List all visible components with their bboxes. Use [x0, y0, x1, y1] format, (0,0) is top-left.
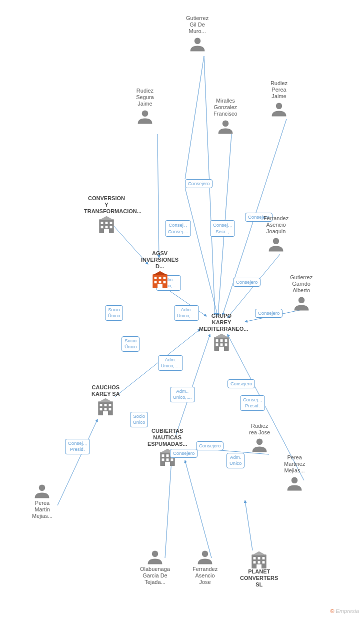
svg-rect-57	[109, 408, 112, 411]
svg-rect-28	[110, 226, 112, 228]
node-olabuenaga[interactable]: OlabuenagaGarcia DeTejada...	[140, 548, 170, 586]
svg-rect-35	[154, 281, 156, 283]
node-rudiez-perea-jose[interactable]: Rudiezrea Jose	[249, 423, 270, 454]
badge-consejero-5[interactable]: Consejero	[228, 379, 255, 388]
label-olabuenaga: OlabuenagaGarcia DeTejada...	[140, 566, 170, 586]
node-gutierrez-garrido[interactable]: GutierrezGarridoAlberto	[290, 274, 312, 312]
badge-socio-unico-3[interactable]: SocioÚnico	[130, 412, 148, 427]
node-miralles-gonzalez[interactable]: MirallesGonzalezFrancisco	[214, 98, 238, 136]
svg-rect-78	[254, 561, 256, 563]
svg-rect-53	[104, 404, 107, 406]
svg-rect-27	[106, 226, 108, 228]
svg-rect-76	[258, 557, 260, 559]
label-grupo-karey: GRUPOKAREYMEDITERRANEO...	[199, 313, 244, 333]
label-miralles-gonzalez: MirallesGonzalezFrancisco	[214, 98, 238, 118]
svg-rect-24	[106, 222, 108, 224]
badge-consejero-4[interactable]: Consejero	[255, 309, 282, 318]
badge-adm-unico-5[interactable]: Adm.Unico	[226, 453, 244, 468]
svg-rect-79	[258, 561, 260, 563]
node-conversion[interactable]: CONVERSIONYTRANSFORMACION...	[84, 195, 129, 233]
svg-rect-25	[110, 222, 112, 224]
badge-socio-unico-1[interactable]: SocioÚnico	[105, 305, 123, 321]
node-cubiertas[interactable]: CUBIERTASNAUTICASESPUMADAS...	[148, 428, 187, 466]
node-rudiez-segura[interactable]: RudiezSeguraJaime	[136, 88, 154, 126]
watermark: © Empresia	[330, 608, 359, 614]
node-rudiez-perea-jaime[interactable]: RudiezPereaJaime	[270, 80, 288, 118]
svg-point-69	[256, 439, 263, 445]
node-grupo-karey[interactable]: GRUPOKAREYMEDITERRANEO...	[199, 313, 244, 351]
svg-line-15	[245, 500, 252, 550]
svg-rect-34	[163, 277, 166, 279]
label-agsv: AGSVINVERSIONESD...	[141, 250, 178, 270]
label-conversion: CONVERSIONYTRANSFORMACION...	[84, 195, 129, 215]
svg-line-16	[185, 56, 204, 179]
node-planet-converters[interactable]: PLANETCONVERTERSSL	[240, 550, 278, 588]
svg-rect-62	[166, 454, 168, 457]
svg-line-13	[165, 460, 172, 558]
svg-rect-52	[100, 404, 102, 406]
node-ferrandez-asencio-joaquin[interactable]: FerrandezAsencioJoaquin	[264, 215, 288, 253]
svg-line-12	[58, 419, 98, 505]
badge-consejero-1[interactable]: Consejero	[185, 179, 212, 188]
svg-rect-47	[220, 343, 223, 346]
svg-rect-61	[162, 454, 164, 457]
svg-rect-64	[162, 458, 164, 461]
svg-rect-46	[216, 343, 218, 346]
svg-rect-66	[170, 458, 173, 461]
svg-point-18	[194, 38, 200, 44]
badge-socio-unico-2[interactable]: SocioÚnico	[122, 336, 140, 352]
svg-marker-50	[214, 333, 228, 337]
badge-consej-presid-2[interactable]: Consej. ,Presid.	[240, 395, 265, 411]
node-ferrandez-jose[interactable]: FerrandezAsencioJose	[192, 548, 218, 586]
svg-rect-54	[109, 404, 112, 406]
badge-consejero-6[interactable]: Consejero	[170, 449, 198, 458]
label-gutierrez-gil: GutierrezGil DeMuro...	[186, 15, 208, 35]
badge-consej-consej[interactable]: Consej. ,Consej....	[165, 220, 191, 237]
label-ferrandez-asencio-joaquin: FerrandezAsencioJoaquin	[264, 215, 288, 235]
label-perea-martin: PereaMartinMejias...	[32, 500, 52, 520]
node-perea-martinez[interactable]: PereaMartinezMejias...	[284, 454, 305, 492]
svg-rect-58	[103, 411, 108, 415]
svg-line-1	[158, 134, 159, 258]
svg-rect-43	[216, 339, 218, 342]
label-rudiez-perea-jaime: RudiezPereaJaime	[270, 80, 288, 100]
node-agsv[interactable]: AGSVINVERSIONESD...	[141, 250, 178, 288]
badge-consejero-3[interactable]: Consejero	[233, 278, 260, 287]
svg-marker-82	[252, 551, 266, 555]
badge-consej-presid-1[interactable]: Consej. ,Presid.	[65, 439, 90, 454]
svg-line-14	[185, 460, 212, 558]
svg-rect-37	[163, 281, 166, 283]
label-perea-martinez: PereaMartinezMejias...	[284, 454, 305, 474]
badge-adm-unico-3[interactable]: Adm.Unico,....	[158, 355, 183, 371]
svg-rect-80	[262, 561, 265, 563]
svg-rect-23	[101, 222, 104, 224]
svg-rect-29	[104, 229, 109, 233]
badge-adm-unico-4[interactable]: Adm..Unico,....	[170, 387, 195, 402]
label-planet-converters: PLANETCONVERTERSSL	[240, 568, 278, 588]
svg-point-21	[276, 103, 282, 109]
label-cauchos-karey: CAUCHOSKAREY SA	[92, 384, 120, 397]
label-rudiez-perea-jose: Rudiezrea Jose	[249, 423, 270, 436]
svg-line-17	[185, 188, 218, 315]
svg-rect-38	[158, 284, 162, 288]
node-gutierrez-gil[interactable]: GutierrezGil DeMuro...	[186, 15, 208, 53]
svg-rect-56	[104, 408, 107, 411]
svg-point-70	[292, 477, 298, 483]
svg-marker-30	[99, 216, 114, 220]
svg-point-20	[222, 120, 229, 127]
svg-point-73	[202, 550, 208, 557]
svg-marker-39	[152, 271, 167, 275]
node-cauchos-karey[interactable]: CAUCHOSKAREY SA	[92, 384, 120, 415]
svg-rect-44	[220, 339, 223, 342]
badge-consej-secr[interactable]: Consej. ,Secr. ,	[210, 220, 235, 237]
svg-marker-59	[98, 398, 113, 402]
label-gutierrez-garrido: GutierrezGarridoAlberto	[290, 274, 312, 294]
node-perea-martin[interactable]: PereaMartinMejias...	[32, 482, 52, 520]
badge-consejero-7[interactable]: Consejero	[196, 441, 224, 450]
svg-rect-36	[158, 281, 161, 283]
svg-point-72	[152, 550, 158, 557]
label-ferrandez-jose: FerrandezAsencioJose	[192, 566, 218, 586]
svg-point-41	[298, 297, 304, 303]
label-cubiertas: CUBIERTASNAUTICASESPUMADAS...	[148, 428, 187, 448]
badge-adm-unico-2[interactable]: Adm.Unico,....	[174, 305, 199, 321]
